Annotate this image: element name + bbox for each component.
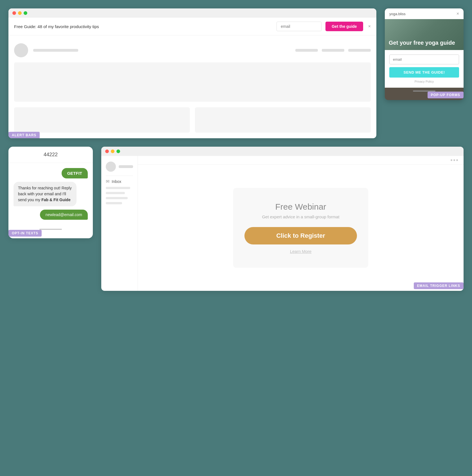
email-toolbar xyxy=(138,156,464,165)
fake-col-block-2 xyxy=(195,107,371,133)
email-sidebar-line-2 xyxy=(106,192,125,194)
email-sidebar-line-1 xyxy=(106,187,130,189)
sms-reply-text: Thanks for reaching out! Reply back with… xyxy=(18,186,72,202)
email-sidebar-line-4 xyxy=(106,202,122,204)
sms-keyword-bubble: GETFIT xyxy=(62,168,88,178)
fake-content-block xyxy=(14,62,371,102)
email-sidebar: ✉ Inbox xyxy=(101,156,138,291)
popup-image-text: Get your free yoga guide xyxy=(389,39,455,46)
alert-bar-card: Free Guide: 48 of my favorite productivi… xyxy=(8,8,376,138)
email-inbox-icon: ✉ xyxy=(106,179,109,184)
fake-nav-line-3 xyxy=(322,49,344,52)
fake-nav-row xyxy=(14,41,371,62)
alert-bar-email-input[interactable] xyxy=(277,22,322,31)
email-trigger-label: EMAIL TRIGGER LINKS xyxy=(414,282,464,289)
alert-bar-text: Free Guide: 48 of my favorite productivi… xyxy=(14,24,273,29)
fake-col-block-1 xyxy=(14,107,190,133)
sms-email-bubble: newlead@email.com xyxy=(40,210,88,220)
email-dot-yellow xyxy=(111,149,114,153)
email-sidebar-avatar xyxy=(106,162,116,172)
email-dot-red xyxy=(105,149,109,153)
email-sidebar-line-3 xyxy=(106,197,128,199)
email-name-line xyxy=(119,165,133,168)
fake-avatar xyxy=(14,43,28,57)
email-sidebar-header xyxy=(106,162,133,176)
window-dot-red xyxy=(12,11,16,15)
alert-bar-submit-button[interactable]: Get the guide xyxy=(325,22,363,31)
sms-card: 44222 GETFIT Thanks for reaching out! Re… xyxy=(8,147,93,238)
fake-two-col xyxy=(14,107,371,133)
popup-site-name: yoga.bliss xyxy=(389,12,406,16)
email-inbox-row: ✉ Inbox xyxy=(106,179,133,184)
email-inbox-label: Inbox xyxy=(112,179,121,184)
fake-nav-line-2 xyxy=(295,49,318,52)
fake-line-1 xyxy=(33,49,78,52)
email-dot-2 xyxy=(453,159,455,161)
email-main: Free Webinar Get expert advice in a smal… xyxy=(138,156,464,291)
popup-submit-button[interactable]: SEND ME THE GUIDE! xyxy=(389,67,459,78)
alert-bar-body xyxy=(8,35,376,138)
email-content: Free Webinar Get expert advice in a smal… xyxy=(138,165,464,291)
sms-card-label: OPT-IN TEXTS xyxy=(8,230,42,237)
email-dot-3 xyxy=(456,159,458,161)
popup-header: yoga.bliss × xyxy=(385,8,464,19)
email-cta-register-button[interactable]: Click to Register xyxy=(244,227,357,244)
popup-image-area: Get your free yoga guide xyxy=(385,19,464,50)
alert-bar: Free Guide: 48 of my favorite productivi… xyxy=(8,18,376,35)
window-dot-yellow xyxy=(18,11,22,15)
popup-privacy-text: Privacy Policy xyxy=(389,80,459,83)
sms-phone-number: 44222 xyxy=(8,147,93,163)
window-dot-green xyxy=(24,11,27,15)
email-dot-1 xyxy=(451,159,452,161)
popup-close-icon[interactable]: × xyxy=(457,11,459,16)
email-dot-green xyxy=(116,149,120,153)
email-cta-box: Free Webinar Get expert advice in a smal… xyxy=(233,188,368,268)
fake-nav-lines xyxy=(33,49,78,52)
email-more-dots xyxy=(451,159,458,161)
sms-body: GETFIT Thanks for reaching out! Reply ba… xyxy=(8,163,93,225)
email-cta-learn-more-link[interactable]: Learn More xyxy=(244,249,357,254)
popup-form-area: SEND ME THE GUIDE! Privacy Policy xyxy=(385,50,464,88)
email-cta-title: Free Webinar xyxy=(244,202,357,212)
popup-form-label: POP-UP FORMS xyxy=(428,92,464,98)
email-card: ✉ Inbox Free Webinar xyxy=(101,147,464,291)
fake-nav-line-4 xyxy=(348,49,371,52)
email-chrome xyxy=(101,147,464,156)
sms-scrollbar xyxy=(39,229,62,230)
alert-bar-close-icon[interactable]: × xyxy=(368,24,371,29)
popup-email-input[interactable] xyxy=(389,55,459,64)
alert-bar-label: ALERT BARS xyxy=(8,132,40,138)
popup-form-card: yoga.bliss × Get your free yoga guide SE… xyxy=(385,8,464,100)
sms-reply-bubble: Thanks for reaching out! Reply back with… xyxy=(14,182,77,206)
fake-nav-right xyxy=(295,49,371,52)
email-cta-subtitle: Get expert advice in a small-group forma… xyxy=(244,214,357,219)
window-chrome xyxy=(8,8,376,18)
email-body-wrapper: ✉ Inbox Free Webinar xyxy=(101,156,464,291)
